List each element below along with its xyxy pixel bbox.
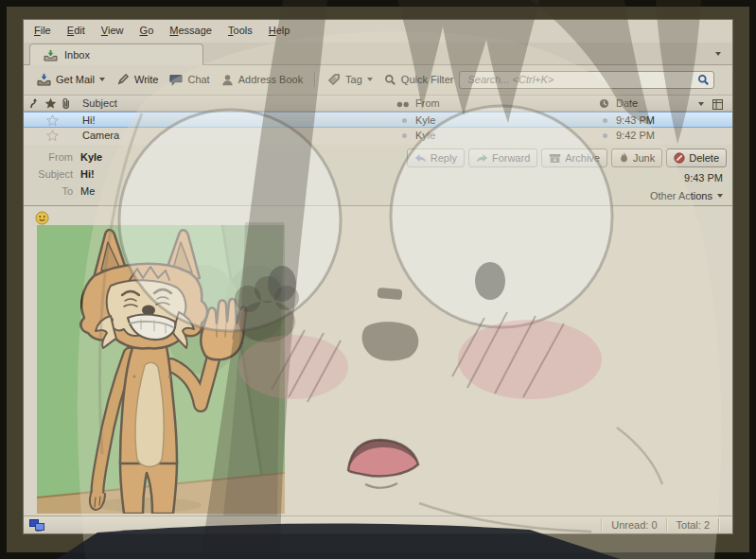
- sort-direction-icon[interactable]: [698, 102, 704, 106]
- thread-column-icon[interactable]: [29, 97, 41, 110]
- other-actions-caret-icon: [717, 194, 723, 198]
- write-pencil-icon: [116, 73, 130, 86]
- message-actions: Reply Forward Archive: [407, 148, 727, 167]
- message-time: 9:43 PM: [684, 172, 723, 183]
- message-body: [24, 206, 732, 515]
- search-input[interactable]: [459, 71, 714, 89]
- junk-button[interactable]: Junk: [611, 148, 662, 167]
- forward-icon: [476, 153, 488, 164]
- menu-view[interactable]: View: [95, 20, 131, 42]
- star-column-icon[interactable]: [44, 97, 57, 110]
- menubar: File Edit View Go Message Tools Help: [24, 20, 732, 43]
- address-book-label: Address Book: [238, 74, 303, 85]
- to-value: Me: [80, 185, 95, 197]
- subject-label: Subject: [24, 168, 73, 180]
- menu-message[interactable]: Message: [163, 20, 219, 42]
- reply-icon: [414, 153, 427, 164]
- mail-client-window: File Edit View Go Message Tools Help Inb…: [23, 19, 733, 534]
- subject-value: Hi!: [80, 168, 95, 180]
- table-row-hi[interactable]: Hi! Kyle 9:43 PM: [24, 112, 732, 128]
- status-separator: [718, 518, 720, 532]
- thread-list: Hi! Kyle 9:43 PM Camera Kyle 9:42 PM: [24, 112, 732, 145]
- delete-button[interactable]: Delete: [666, 148, 727, 167]
- tag-caret-icon[interactable]: [367, 78, 373, 81]
- get-mail-button[interactable]: Get Mail: [31, 70, 111, 89]
- menu-go[interactable]: Go: [133, 20, 161, 42]
- from-column-icon[interactable]: [396, 101, 410, 108]
- menu-help[interactable]: Help: [262, 20, 297, 42]
- row-date: 9:42 PM: [616, 130, 655, 141]
- column-picker-icon[interactable]: [712, 99, 723, 110]
- reply-button[interactable]: Reply: [407, 148, 465, 167]
- menu-edit[interactable]: Edit: [61, 20, 92, 42]
- network-status-icon[interactable]: [29, 519, 44, 532]
- attachment-column-icon[interactable]: [61, 97, 72, 110]
- thread-list-header: Subject From Date: [24, 95, 732, 112]
- forward-label: Forward: [492, 152, 530, 164]
- search-box: [459, 71, 714, 89]
- row-subject: Hi!: [82, 114, 95, 126]
- toolbar: Get Mail Write Chat: [24, 65, 732, 94]
- row-from: Kyle: [415, 130, 435, 141]
- tab-inbox[interactable]: Inbox: [29, 44, 203, 65]
- get-mail-label: Get Mail: [56, 74, 95, 85]
- from-value: Kyle: [80, 151, 102, 163]
- chat-button[interactable]: Chat: [164, 71, 215, 89]
- address-book-button[interactable]: Address Book: [216, 71, 308, 89]
- screenshot-root: File Edit View Go Message Tools Help Inb…: [0, 0, 756, 559]
- column-from[interactable]: From: [415, 97, 440, 109]
- to-label: To: [24, 185, 73, 197]
- reply-label: Reply: [431, 152, 457, 164]
- chat-bubble-icon: [169, 74, 183, 86]
- menu-file[interactable]: File: [27, 20, 58, 42]
- status-separator: [666, 518, 668, 532]
- quick-filter-magnifier-icon: [384, 74, 396, 86]
- archive-label: Archive: [565, 152, 600, 164]
- quick-filter-button[interactable]: Quick Filter: [378, 71, 460, 89]
- tab-inbox-label: Inbox: [64, 49, 90, 61]
- tab-strip: Inbox: [24, 43, 732, 65]
- tag-button[interactable]: Tag: [322, 70, 378, 89]
- status-bar: Unread: 0 Total: 2: [24, 515, 732, 533]
- row-date: 9:43 PM: [616, 114, 655, 126]
- read-dot-icon: [402, 118, 407, 123]
- read-dot-icon: [402, 133, 407, 138]
- chat-label: Chat: [187, 74, 209, 85]
- inbox-tray-icon: [44, 49, 58, 61]
- status-counts: Unread: 0 Total: 2: [592, 516, 729, 533]
- search-icon[interactable]: [697, 74, 710, 86]
- other-actions-label: Other Actions: [650, 190, 712, 201]
- archive-button[interactable]: Archive: [541, 148, 607, 167]
- star-toggle-icon[interactable]: [46, 114, 59, 127]
- tab-list-caret-icon[interactable]: [715, 52, 721, 56]
- delete-icon: [674, 152, 685, 164]
- get-mail-icon: [37, 73, 51, 86]
- forward-button[interactable]: Forward: [468, 148, 537, 167]
- message-header: From Kyle Subject Hi! To Me Reply: [24, 145, 732, 206]
- date-column-icon[interactable]: [599, 98, 609, 109]
- column-date[interactable]: Date: [616, 97, 638, 109]
- junk-flame-icon: [619, 152, 629, 164]
- get-mail-caret-icon[interactable]: [99, 78, 105, 81]
- quick-filter-label: Quick Filter: [401, 74, 454, 85]
- archive-icon: [549, 153, 561, 164]
- toolbar-divider: [314, 72, 316, 87]
- status-separator: [601, 518, 603, 532]
- tag-label: Tag: [345, 74, 362, 85]
- row-from: Kyle: [415, 114, 435, 126]
- row-subject: Camera: [82, 130, 119, 141]
- read-dot-icon: [603, 118, 607, 123]
- table-row-camera[interactable]: Camera Kyle 9:42 PM: [24, 128, 732, 144]
- delete-label: Delete: [689, 152, 719, 164]
- from-label: From: [24, 151, 73, 163]
- other-actions-button[interactable]: Other Actions: [650, 190, 723, 201]
- smiley-emoticon: [35, 211, 49, 225]
- column-subject[interactable]: Subject: [82, 97, 117, 109]
- address-book-person-icon: [221, 74, 234, 86]
- write-button[interactable]: Write: [111, 70, 164, 89]
- menu-tools[interactable]: Tools: [221, 20, 259, 42]
- write-label: Write: [134, 74, 158, 85]
- unread-count: Unread: 0: [611, 519, 657, 531]
- total-count: Total: 2: [677, 519, 710, 531]
- star-toggle-icon[interactable]: [46, 130, 59, 142]
